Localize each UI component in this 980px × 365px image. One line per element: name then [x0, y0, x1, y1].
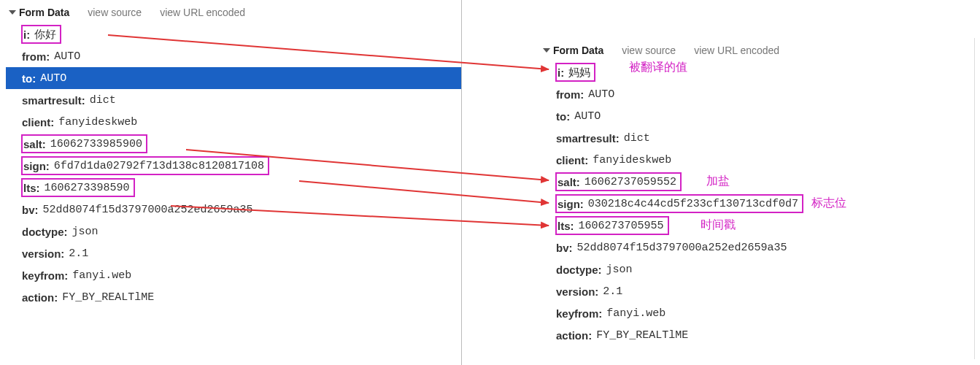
key-doctype: doctype	[22, 226, 68, 238]
val-from: AUTO	[588, 88, 614, 101]
key-lts: lts	[23, 182, 40, 194]
row-lts[interactable]: lts 1606273398590	[6, 177, 461, 199]
row-salt[interactable]: salt 16062737059552	[540, 171, 974, 193]
val-bv: 52dd8074f15d3797000a252ed2659a35	[43, 204, 253, 216]
row-from[interactable]: from AUTO	[6, 45, 461, 67]
val-doctype: json	[606, 264, 633, 276]
row-doctype[interactable]: doctype json	[6, 220, 461, 242]
key-bv: bv	[22, 204, 39, 216]
key-to: to	[22, 72, 36, 85]
row-to[interactable]: to AUTO	[6, 67, 461, 89]
row-smartresult[interactable]: smartresult dict	[540, 127, 974, 149]
form-data-title[interactable]: Form Data	[543, 45, 603, 56]
val-from: AUTO	[54, 50, 80, 63]
annotation-translated-value: 被翻译的值	[629, 60, 687, 75]
key-i: i	[557, 66, 564, 79]
row-client[interactable]: client fanyideskweb	[6, 111, 461, 133]
disclosure-triangle-icon[interactable]	[543, 48, 550, 53]
row-action[interactable]: action FY_BY_REALTlME	[6, 286, 461, 308]
key-salt: salt	[23, 138, 46, 150]
row-lts[interactable]: lts 1606273705955	[540, 215, 974, 237]
form-data-rows: i 妈妈 from AUTO to AUTO smartresult dict …	[540, 60, 974, 346]
key-client: client	[22, 116, 54, 128]
view-source-tab[interactable]: view source	[622, 45, 676, 56]
row-bv[interactable]: bv 52dd8074f15d3797000a252ed2659a35	[6, 199, 461, 220]
row-action[interactable]: action FY_BY_REALTlME	[540, 324, 974, 346]
val-to: AUTO	[574, 110, 601, 123]
val-action: FY_BY_REALTlME	[62, 291, 154, 304]
row-from[interactable]: from AUTO	[540, 83, 974, 105]
key-from: from	[22, 50, 50, 63]
val-to: AUTO	[40, 72, 66, 85]
val-salt: 16062737059552	[584, 176, 676, 188]
view-url-encoded-tab[interactable]: view URL encoded	[694, 45, 779, 56]
form-data-header: Form Data view source view URL encoded	[540, 38, 974, 60]
form-data-header: Form Data view source view URL encoded	[6, 0, 461, 22]
key-client: client	[556, 154, 588, 166]
view-source-tab[interactable]: view source	[88, 7, 142, 18]
right-devtools-panel: Form Data view source view URL encoded i…	[540, 38, 975, 359]
val-doctype: json	[72, 226, 99, 238]
val-salt: 16062733985900	[50, 138, 142, 150]
key-keyfrom: keyfrom	[22, 269, 68, 282]
row-version[interactable]: version 2.1	[6, 242, 461, 264]
key-version: version	[556, 285, 598, 298]
val-action: FY_BY_REALTlME	[596, 329, 688, 342]
key-doctype: doctype	[556, 264, 602, 276]
annotation-timestamp: 时间戳	[701, 218, 736, 233]
key-salt: salt	[557, 176, 580, 188]
val-sign: 030218c4c44cd5f233cf130713cdf0d7	[588, 198, 798, 210]
row-salt[interactable]: salt 16062733985900	[6, 133, 461, 155]
row-sign[interactable]: sign 030218c4c44cd5f233cf130713cdf0d7	[540, 193, 974, 215]
key-from: from	[556, 88, 584, 101]
annotation-salt: 加盐	[706, 174, 730, 189]
val-keyfrom: fanyi.web	[72, 269, 131, 282]
form-data-rows: i 你好 from AUTO to AUTO smartresult dict …	[6, 22, 461, 308]
key-to: to	[556, 110, 570, 123]
key-lts: lts	[557, 220, 574, 232]
key-action: action	[556, 329, 592, 342]
key-smartresult: smartresult	[22, 94, 85, 107]
row-smartresult[interactable]: smartresult dict	[6, 89, 461, 111]
form-data-title-text: Form Data	[19, 7, 69, 18]
val-lts: 1606273705955	[579, 220, 664, 232]
row-to[interactable]: to AUTO	[540, 105, 974, 127]
row-i[interactable]: i 妈妈	[540, 61, 974, 83]
left-devtools-panel: Form Data view source view URL encoded i…	[6, 0, 462, 365]
row-i[interactable]: i 你好	[6, 23, 461, 45]
val-version: 2.1	[603, 285, 622, 298]
row-bv[interactable]: bv 52dd8074f15d3797000a252ed2659a35	[540, 237, 974, 258]
key-version: version	[22, 247, 64, 260]
key-sign: sign	[23, 160, 50, 172]
disclosure-triangle-icon[interactable]	[9, 10, 16, 15]
row-version[interactable]: version 2.1	[540, 280, 974, 302]
val-sign: 6fd7d1da02792f713d138c8120817108	[54, 160, 264, 172]
row-keyfrom[interactable]: keyfrom fanyi.web	[540, 302, 974, 324]
row-sign[interactable]: sign 6fd7d1da02792f713d138c8120817108	[6, 155, 461, 177]
view-url-encoded-tab[interactable]: view URL encoded	[160, 7, 245, 18]
key-bv: bv	[556, 242, 573, 254]
key-smartresult: smartresult	[556, 132, 620, 145]
val-i: 妈妈	[568, 66, 590, 80]
form-data-title[interactable]: Form Data	[9, 7, 69, 18]
key-action: action	[22, 291, 58, 304]
row-keyfrom[interactable]: keyfrom fanyi.web	[6, 264, 461, 286]
row-doctype[interactable]: doctype json	[540, 258, 974, 280]
val-smartresult: dict	[624, 132, 650, 145]
form-data-title-text: Form Data	[553, 45, 603, 56]
val-version: 2.1	[69, 247, 88, 260]
val-smartresult: dict	[90, 94, 116, 107]
val-keyfrom: fanyi.web	[606, 307, 665, 320]
key-keyfrom: keyfrom	[556, 307, 602, 320]
val-i: 你好	[34, 28, 56, 42]
annotation-sign: 标志位	[811, 196, 846, 211]
val-lts: 1606273398590	[45, 182, 130, 194]
val-client: fanyideskweb	[58, 116, 137, 128]
key-i: i	[23, 28, 30, 41]
val-bv: 52dd8074f15d3797000a252ed2659a35	[577, 242, 787, 254]
key-sign: sign	[557, 198, 584, 210]
val-client: fanyideskweb	[593, 154, 671, 166]
row-client[interactable]: client fanyideskweb	[540, 149, 974, 171]
